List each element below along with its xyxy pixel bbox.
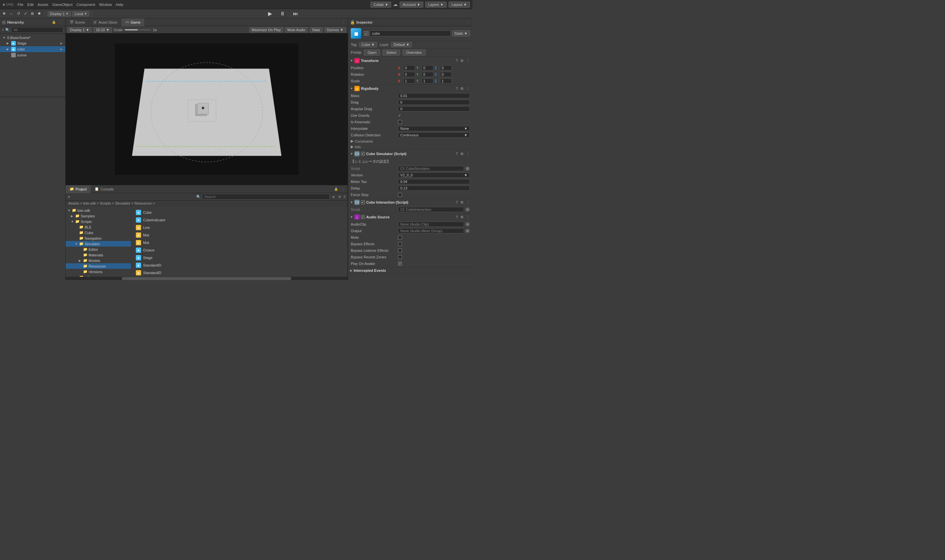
play-button[interactable]: ▶ <box>265 10 274 17</box>
project-search-input[interactable] <box>202 194 330 200</box>
scale-z-input[interactable] <box>440 78 452 84</box>
tree-item-scripts[interactable]: ▼ 📁 Scripts <box>66 219 131 224</box>
step-button[interactable]: ⏭ <box>290 10 301 17</box>
tab-scene[interactable]: 🎬 Scene <box>66 18 89 26</box>
prefab-open-btn[interactable]: Open <box>364 49 380 55</box>
layout-button[interactable]: Layout ▼ <box>449 2 470 8</box>
audio-clip-btn[interactable]: ⊙ <box>465 222 470 226</box>
hierarchy-search-input[interactable] <box>11 27 63 33</box>
prefab-overrides-btn[interactable]: Overrides <box>402 49 425 55</box>
component-menu[interactable]: Component <box>76 3 95 6</box>
maximize-btn[interactable]: Maximize On Play <box>250 27 283 32</box>
cube-int-script-ref[interactable]: C# CubeInteraction <box>398 207 464 212</box>
audio-header[interactable]: ▼ ♪ ✓ Audio Source ? ⚙ ⋮ <box>348 213 473 221</box>
asset-item-cubeindicator[interactable]: ■ CubeIndicator <box>134 216 345 224</box>
bypass-listener-checkbox[interactable] <box>398 249 402 252</box>
gameobject-menu[interactable]: GameObject <box>52 3 72 6</box>
cube-sim-settings[interactable]: ⚙ <box>460 152 464 156</box>
audio-clip-ref[interactable]: None (Audio Clip) <box>398 222 464 227</box>
account-button[interactable]: Account ▼ <box>400 2 423 8</box>
inspector-lock-icon[interactable]: 🔒 <box>350 20 355 25</box>
scale-slider[interactable] <box>125 29 151 31</box>
assets-menu[interactable]: Assets <box>37 3 48 6</box>
scale-x-input[interactable] <box>403 78 415 84</box>
tab-console[interactable]: 📋 Console <box>91 185 117 193</box>
cube-int-target-btn[interactable]: ⊙ <box>465 207 470 212</box>
mute-checkbox[interactable] <box>398 235 402 239</box>
tree-item-materials[interactable]: ▶ 📁 Materials <box>66 252 131 258</box>
audio-enabled[interactable]: ✓ <box>361 215 365 219</box>
prefab-select-btn[interactable]: Select <box>382 49 400 55</box>
intercepted-events-header[interactable]: ▶ Intercepted Events <box>348 267 473 274</box>
force-stop-checkbox[interactable] <box>398 193 402 197</box>
transform-help[interactable]: ? <box>455 59 458 63</box>
pos-y-input[interactable] <box>422 65 433 71</box>
tab-game[interactable]: 🎮 Game <box>122 18 145 26</box>
drag-input[interactable] <box>398 100 470 105</box>
aspect-btn[interactable]: 16:10 ▼ <box>94 27 111 32</box>
cube-int-header[interactable]: ▼ C# ✓ Cube Interaction (Script) ? ⚙ ⋮ <box>348 198 473 206</box>
pivot-button[interactable]: Display 1 ▼ <box>48 11 71 16</box>
asset-item-standardid2[interactable]: ■ StandardID <box>134 269 345 276</box>
tag-dropdown[interactable]: Cube ▼ <box>359 42 377 47</box>
info-subheader[interactable]: ▶ Info <box>348 144 473 149</box>
cube-int-settings[interactable]: ⚙ <box>460 200 464 205</box>
interpolate-dropdown[interactable]: None ▼ <box>398 126 470 131</box>
script-ref[interactable]: C# CubeSimulator <box>398 166 464 171</box>
layer-dropdown[interactable]: Default ▼ <box>391 42 412 47</box>
edit-menu[interactable]: Edit <box>27 3 34 6</box>
project-star[interactable]: ★ <box>331 195 336 199</box>
cube-sim-more[interactable]: ⋮ <box>466 152 470 156</box>
rot-x-input[interactable] <box>403 72 415 77</box>
tree-item-models[interactable]: ▶ 📁 Models <box>66 258 131 263</box>
bypass-reverb-checkbox[interactable] <box>398 255 402 259</box>
cube-int-help[interactable]: ? <box>455 200 458 205</box>
tree-item-tooio[interactable]: ▼ 📁 toio-sdk <box>66 208 131 213</box>
audio-more[interactable]: ⋮ <box>466 215 470 219</box>
hierarchy-menu[interactable]: ⋮ <box>58 20 63 24</box>
tree-item-ble[interactable]: ▶ 📁 BLE <box>66 224 131 230</box>
add-icon[interactable]: + <box>2 28 4 32</box>
file-menu[interactable]: File <box>18 3 24 6</box>
hierarchy-scene-root[interactable]: ▼ 0.BasicScene* <box>0 35 65 40</box>
asset-item-stage[interactable]: ■ Stage <box>134 254 345 261</box>
cube-sim-header[interactable]: ▼ C# ✓ Cube Simulator (Script) ? ⚙ ⋮ <box>348 150 473 158</box>
window-menu[interactable]: Window <box>99 3 112 6</box>
inspector-menu[interactable]: ⋮ <box>465 20 470 24</box>
tree-item-versions[interactable]: ▶ 📁 Versions <box>66 269 131 274</box>
asset-item-line[interactable]: ■ Line <box>134 224 345 231</box>
project-filter[interactable]: ⚙ <box>337 195 342 199</box>
audio-output-btn[interactable]: ⊙ <box>465 229 470 233</box>
cube-int-enabled[interactable]: ✓ <box>361 200 365 204</box>
move-tool[interactable]: ↔ <box>8 11 14 16</box>
object-name-input[interactable] <box>370 31 451 36</box>
transform-header[interactable]: ▼ ↔ Transform ? ⚙ ⋮ <box>348 57 473 65</box>
coords-button[interactable]: Local ▼ <box>72 11 89 16</box>
audio-output-ref[interactable]: None (Audio Mixer Group) <box>398 228 464 234</box>
static-button[interactable]: Static ▼ <box>452 31 470 36</box>
hierarchy-item-stage[interactable]: ▶ ■ Stage ▶ <box>0 40 65 46</box>
scale-tool[interactable]: ⤢ <box>23 11 28 16</box>
scene-tab-menu[interactable]: ⋮ <box>341 20 346 24</box>
asset-item-standardid1[interactable]: ■ StandardID <box>134 262 345 269</box>
asset-item-mat2[interactable]: ■ Mat <box>134 239 345 246</box>
rigidbody-help[interactable]: ? <box>455 86 458 91</box>
project-add-icon[interactable]: + <box>68 194 70 199</box>
display-btn[interactable]: Display 1 ▼ <box>68 27 91 32</box>
transform-settings[interactable]: ⚙ <box>460 59 464 63</box>
audio-help[interactable]: ? <box>455 215 458 219</box>
project-scrollbar[interactable] <box>66 277 347 280</box>
gizmos-btn[interactable]: Gizmos ▼ <box>325 27 346 32</box>
rect-tool[interactable]: ⊞ <box>29 11 35 16</box>
pause-button[interactable]: ⏸ <box>277 10 288 17</box>
kinematic-checkbox[interactable] <box>398 120 402 124</box>
tree-item-editor[interactable]: ▶ 📁 Editor <box>66 246 131 252</box>
tree-item-samples[interactable]: ▶ 📁 Samples <box>66 213 131 219</box>
cube-sim-help[interactable]: ? <box>455 152 458 156</box>
help-menu[interactable]: Help <box>116 3 123 6</box>
mass-input[interactable] <box>398 93 470 98</box>
layers-button[interactable]: Layers ▼ <box>425 2 447 8</box>
rigidbody-more[interactable]: ⋮ <box>466 86 470 91</box>
pos-z-input[interactable] <box>440 65 452 71</box>
scale-y-input[interactable] <box>422 78 433 84</box>
